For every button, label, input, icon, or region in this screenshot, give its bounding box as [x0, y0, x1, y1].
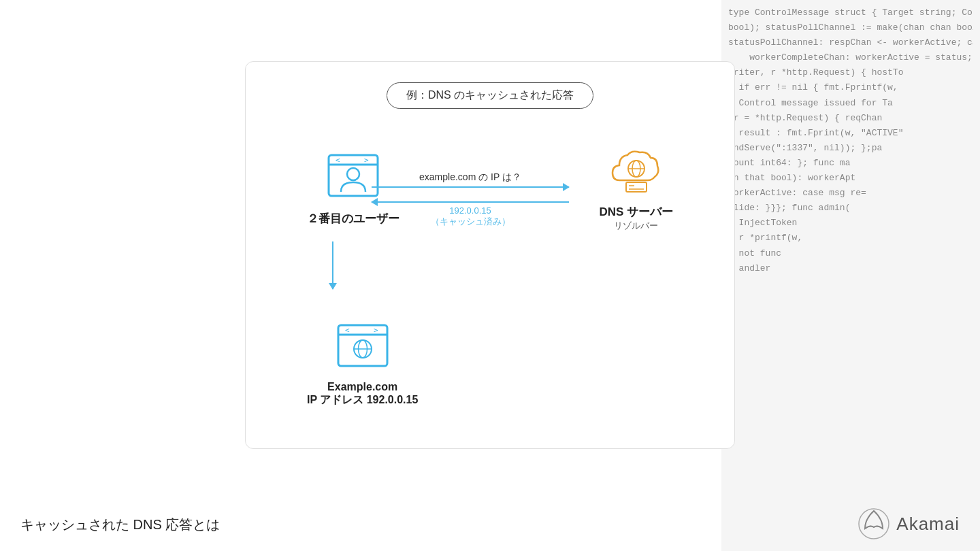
- code-line: InjectToken: [728, 216, 973, 231]
- code-line: er = *http.Request) { reqChan: [728, 111, 973, 126]
- website-label: Example.com IP アドレス 192.0.0.15: [307, 381, 418, 407]
- response-text: 192.0.0.15 （キャッシュ済み）: [431, 205, 510, 228]
- akamai-icon: [857, 507, 891, 541]
- code-line: Count int64: }; func ma: [728, 156, 973, 171]
- svg-point-4: [347, 168, 359, 180]
- code-line: if err != nil { fmt.Fprintf(w,: [728, 80, 973, 95]
- svg-rect-8: [626, 182, 647, 192]
- code-line: workerCompleteChan: workerActive = statu…: [728, 50, 973, 65]
- dns-label: DNS サーバー: [599, 204, 673, 220]
- response-arrow: [372, 201, 569, 203]
- down-arrow: [332, 241, 333, 303]
- code-line: type ControlMessage struct { Target stri…: [728, 5, 973, 20]
- website-box: < > Example.com IP アドレス 192.0.0.15: [307, 320, 418, 407]
- code-line: workerActive: case msg re=: [728, 186, 973, 201]
- diagram-title: 例：DNS のキャッシュされた応答: [387, 82, 593, 109]
- code-line: andler: [728, 261, 973, 276]
- code-line: Control message issued for Ta: [728, 96, 973, 111]
- code-line: r *printf(w,: [728, 231, 973, 246]
- code-line: statusPollChannel: respChan <- workerAct…: [728, 35, 973, 50]
- dns-box: DNS サーバー リゾルバー: [599, 143, 673, 232]
- query-text: example.com の IP は？: [419, 171, 521, 184]
- svg-text:<: <: [345, 326, 350, 335]
- svg-text:>: >: [374, 326, 378, 335]
- query-response-arrows: example.com の IP は？ 192.0.0.15 （キャッシュ済み）: [372, 171, 569, 228]
- code-line: slide: }}}; func admin(: [728, 201, 973, 216]
- bottom-label: キャッシュされた DNS 応答とは: [20, 516, 220, 534]
- dns-cloud-icon: [606, 143, 667, 197]
- diagram-content: < > ２番目のユーザー example.com の IP は？ 192.0.0…: [273, 136, 707, 421]
- code-line: en that bool): workerApt: [728, 171, 973, 186]
- svg-text:>: >: [364, 156, 369, 165]
- svg-text:<: <: [336, 156, 340, 165]
- diagram-card: 例：DNS のキャッシュされた応答 < > ２番目のユーザー: [245, 61, 735, 449]
- akamai-logo: Akamai: [857, 507, 960, 541]
- code-line: Writer, r *http.Request) { hostTo: [728, 65, 973, 80]
- code-line: not func: [728, 246, 973, 261]
- dns-sublabel: リゾルバー: [614, 220, 658, 232]
- code-line: bool); statusPollChannel := make(chan ch…: [728, 20, 973, 35]
- down-arrow-line: [332, 241, 333, 289]
- code-line: result : fmt.Fprint(w, "ACTIVE": [728, 126, 973, 141]
- code-background: type ControlMessage struct { Target stri…: [721, 0, 980, 551]
- query-arrow: [372, 186, 569, 188]
- svg-point-18: [859, 509, 889, 539]
- website-browser-icon: < >: [336, 320, 390, 374]
- code-line: AndServe(":1337", nil)); };pa: [728, 141, 973, 156]
- akamai-text: Akamai: [896, 514, 960, 535]
